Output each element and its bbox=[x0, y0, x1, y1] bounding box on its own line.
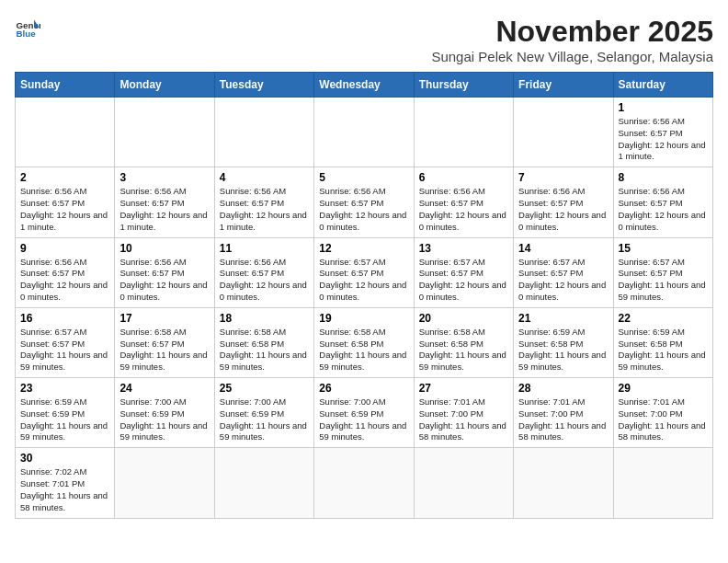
day-number: 25 bbox=[220, 382, 309, 395]
calendar-cell: 10Sunrise: 6:56 AMSunset: 6:57 PMDayligh… bbox=[115, 237, 214, 307]
calendar-cell bbox=[613, 448, 712, 518]
calendar-week-2: 2Sunrise: 6:56 AMSunset: 6:57 PMDaylight… bbox=[16, 167, 713, 237]
calendar-cell: 2Sunrise: 6:56 AMSunset: 6:57 PMDaylight… bbox=[16, 167, 115, 237]
day-info: Sunrise: 7:01 AMSunset: 7:00 PMDaylight:… bbox=[619, 396, 708, 443]
calendar-week-4: 16Sunrise: 6:57 AMSunset: 6:57 PMDayligh… bbox=[16, 307, 713, 377]
day-number: 13 bbox=[419, 242, 508, 255]
day-info: Sunrise: 6:58 AMSunset: 6:58 PMDaylight:… bbox=[220, 327, 309, 373]
day-number: 28 bbox=[518, 382, 608, 395]
calendar-cell: 30Sunrise: 7:02 AMSunset: 7:01 PMDayligh… bbox=[16, 448, 115, 518]
title-section: November 2025 Sungai Pelek New Village, … bbox=[431, 15, 713, 64]
calendar-cell: 13Sunrise: 6:57 AMSunset: 6:57 PMDayligh… bbox=[414, 237, 513, 307]
calendar-cell bbox=[514, 98, 613, 167]
day-info: Sunrise: 6:59 AMSunset: 6:58 PMDaylight:… bbox=[518, 327, 608, 373]
day-info: Sunrise: 6:57 AMSunset: 6:57 PMDaylight:… bbox=[419, 257, 508, 304]
calendar-cell bbox=[414, 448, 513, 518]
calendar-cell: 18Sunrise: 6:58 AMSunset: 6:58 PMDayligh… bbox=[214, 307, 313, 377]
calendar-body: 1Sunrise: 6:56 AMSunset: 6:57 PMDaylight… bbox=[16, 98, 713, 519]
day-info: Sunrise: 7:00 AMSunset: 6:59 PMDaylight:… bbox=[119, 396, 209, 443]
day-number: 6 bbox=[419, 171, 508, 184]
calendar-cell: 27Sunrise: 7:01 AMSunset: 7:00 PMDayligh… bbox=[414, 378, 513, 448]
column-header-friday: Friday bbox=[514, 73, 613, 98]
column-header-wednesday: Wednesday bbox=[314, 73, 414, 98]
calendar-cell: 17Sunrise: 6:58 AMSunset: 6:57 PMDayligh… bbox=[115, 307, 214, 377]
logo-icon: General Blue bbox=[15, 15, 40, 40]
calendar-cell: 9Sunrise: 6:56 AMSunset: 6:57 PMDaylight… bbox=[16, 237, 115, 307]
calendar-cell bbox=[214, 98, 313, 167]
day-info: Sunrise: 7:01 AMSunset: 7:00 PMDaylight:… bbox=[419, 396, 508, 443]
day-info: Sunrise: 7:00 AMSunset: 6:59 PMDaylight:… bbox=[220, 396, 309, 443]
day-number: 23 bbox=[20, 382, 109, 395]
day-number: 10 bbox=[119, 242, 209, 255]
day-info: Sunrise: 6:56 AMSunset: 6:57 PMDaylight:… bbox=[119, 186, 209, 233]
calendar-cell bbox=[514, 448, 613, 518]
day-number: 18 bbox=[220, 312, 309, 325]
calendar-cell: 24Sunrise: 7:00 AMSunset: 6:59 PMDayligh… bbox=[115, 378, 214, 448]
day-info: Sunrise: 7:02 AMSunset: 7:01 PMDaylight:… bbox=[20, 466, 109, 513]
day-number: 4 bbox=[220, 171, 309, 184]
calendar-cell bbox=[16, 98, 115, 167]
day-number: 29 bbox=[619, 382, 708, 395]
calendar-week-1: 1Sunrise: 6:56 AMSunset: 6:57 PMDaylight… bbox=[16, 98, 713, 167]
subtitle: Sungai Pelek New Village, Selangor, Mala… bbox=[431, 49, 713, 64]
calendar-cell: 15Sunrise: 6:57 AMSunset: 6:57 PMDayligh… bbox=[613, 237, 712, 307]
calendar-cell: 1Sunrise: 6:56 AMSunset: 6:57 PMDaylight… bbox=[613, 98, 712, 167]
day-info: Sunrise: 6:57 AMSunset: 6:57 PMDaylight:… bbox=[319, 257, 408, 304]
day-number: 17 bbox=[119, 312, 209, 325]
day-number: 16 bbox=[20, 312, 109, 325]
day-info: Sunrise: 6:59 AMSunset: 6:59 PMDaylight:… bbox=[20, 396, 109, 443]
day-info: Sunrise: 6:57 AMSunset: 6:57 PMDaylight:… bbox=[20, 327, 109, 373]
calendar-cell bbox=[214, 448, 313, 518]
calendar-cell: 23Sunrise: 6:59 AMSunset: 6:59 PMDayligh… bbox=[16, 378, 115, 448]
day-number: 5 bbox=[319, 171, 408, 184]
calendar-cell bbox=[314, 98, 414, 167]
calendar-cell: 8Sunrise: 6:56 AMSunset: 6:57 PMDaylight… bbox=[613, 167, 712, 237]
day-number: 12 bbox=[319, 242, 408, 255]
calendar-cell: 14Sunrise: 6:57 AMSunset: 6:57 PMDayligh… bbox=[514, 237, 613, 307]
day-info: Sunrise: 7:00 AMSunset: 6:59 PMDaylight:… bbox=[319, 396, 408, 443]
day-number: 14 bbox=[518, 242, 608, 255]
calendar-cell: 11Sunrise: 6:56 AMSunset: 6:57 PMDayligh… bbox=[214, 237, 313, 307]
day-number: 30 bbox=[20, 452, 109, 465]
logo: General Blue bbox=[15, 15, 40, 40]
day-number: 27 bbox=[419, 382, 508, 395]
day-info: Sunrise: 6:56 AMSunset: 6:57 PMDaylight:… bbox=[319, 186, 408, 233]
day-number: 22 bbox=[619, 312, 708, 325]
calendar-cell: 26Sunrise: 7:00 AMSunset: 6:59 PMDayligh… bbox=[314, 378, 414, 448]
calendar-cell: 22Sunrise: 6:59 AMSunset: 6:58 PMDayligh… bbox=[613, 307, 712, 377]
day-number: 8 bbox=[619, 171, 708, 184]
column-header-sunday: Sunday bbox=[16, 73, 115, 98]
day-number: 2 bbox=[20, 171, 109, 184]
day-info: Sunrise: 6:56 AMSunset: 6:57 PMDaylight:… bbox=[518, 186, 608, 233]
column-header-saturday: Saturday bbox=[613, 73, 712, 98]
calendar-cell: 12Sunrise: 6:57 AMSunset: 6:57 PMDayligh… bbox=[314, 237, 414, 307]
day-info: Sunrise: 6:56 AMSunset: 6:57 PMDaylight:… bbox=[419, 186, 508, 233]
calendar-cell: 29Sunrise: 7:01 AMSunset: 7:00 PMDayligh… bbox=[613, 378, 712, 448]
day-info: Sunrise: 6:58 AMSunset: 6:58 PMDaylight:… bbox=[419, 327, 508, 373]
calendar-cell: 7Sunrise: 6:56 AMSunset: 6:57 PMDaylight… bbox=[514, 167, 613, 237]
calendar-cell: 20Sunrise: 6:58 AMSunset: 6:58 PMDayligh… bbox=[414, 307, 513, 377]
column-header-monday: Monday bbox=[115, 73, 214, 98]
day-info: Sunrise: 6:57 AMSunset: 6:57 PMDaylight:… bbox=[619, 257, 708, 304]
calendar-week-5: 23Sunrise: 6:59 AMSunset: 6:59 PMDayligh… bbox=[16, 378, 713, 448]
calendar-cell bbox=[115, 448, 214, 518]
calendar-cell bbox=[115, 98, 214, 167]
column-header-tuesday: Tuesday bbox=[214, 73, 313, 98]
svg-text:Blue: Blue bbox=[16, 29, 36, 39]
calendar-cell: 25Sunrise: 7:00 AMSunset: 6:59 PMDayligh… bbox=[214, 378, 313, 448]
header: General Blue November 2025 Sungai Pelek … bbox=[15, 15, 713, 64]
calendar-cell: 16Sunrise: 6:57 AMSunset: 6:57 PMDayligh… bbox=[16, 307, 115, 377]
day-info: Sunrise: 6:58 AMSunset: 6:57 PMDaylight:… bbox=[119, 327, 209, 373]
day-info: Sunrise: 6:56 AMSunset: 6:57 PMDaylight:… bbox=[619, 186, 708, 233]
calendar-header-row: SundayMondayTuesdayWednesdayThursdayFrid… bbox=[16, 73, 713, 98]
day-info: Sunrise: 6:56 AMSunset: 6:57 PMDaylight:… bbox=[220, 257, 309, 304]
day-number: 1 bbox=[619, 101, 708, 114]
day-info: Sunrise: 6:56 AMSunset: 6:57 PMDaylight:… bbox=[20, 257, 109, 304]
day-info: Sunrise: 6:58 AMSunset: 6:58 PMDaylight:… bbox=[319, 327, 408, 373]
day-number: 24 bbox=[119, 382, 209, 395]
day-info: Sunrise: 6:56 AMSunset: 6:57 PMDaylight:… bbox=[619, 116, 708, 163]
day-number: 21 bbox=[518, 312, 608, 325]
day-info: Sunrise: 6:59 AMSunset: 6:58 PMDaylight:… bbox=[619, 327, 708, 373]
day-number: 3 bbox=[119, 171, 209, 184]
calendar-cell bbox=[414, 98, 513, 167]
